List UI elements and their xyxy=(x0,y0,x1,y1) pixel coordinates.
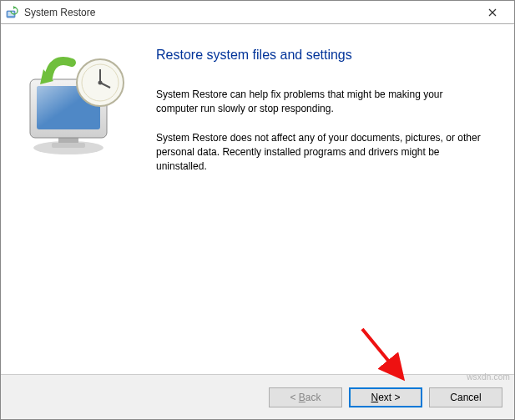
dialog-footer: < Back Next > Cancel xyxy=(1,374,514,419)
back-button: < Back xyxy=(269,387,342,407)
intro-paragraph-1: System Restore can help fix problems tha… xyxy=(156,88,486,116)
window-title: System Restore xyxy=(24,7,95,18)
restore-graphic-icon xyxy=(20,48,137,156)
page-heading: Restore system files and settings xyxy=(156,46,486,64)
system-restore-icon xyxy=(6,6,19,19)
next-button[interactable]: Next > xyxy=(349,387,422,407)
svg-rect-6 xyxy=(52,143,85,148)
svg-point-14 xyxy=(98,81,103,85)
close-button[interactable] xyxy=(476,2,509,23)
titlebar[interactable]: System Restore xyxy=(1,1,514,24)
dialog-body: Restore system files and settings System… xyxy=(1,24,514,374)
intro-paragraph-2: System Restore does not affect any of yo… xyxy=(156,131,486,173)
cancel-button[interactable]: Cancel xyxy=(429,387,502,407)
system-restore-dialog: System Restore xyxy=(0,0,515,420)
wizard-content: Restore system files and settings System… xyxy=(151,24,514,374)
wizard-graphic xyxy=(1,24,151,374)
watermark: wsxdn.com xyxy=(467,372,510,382)
close-icon xyxy=(488,8,497,17)
